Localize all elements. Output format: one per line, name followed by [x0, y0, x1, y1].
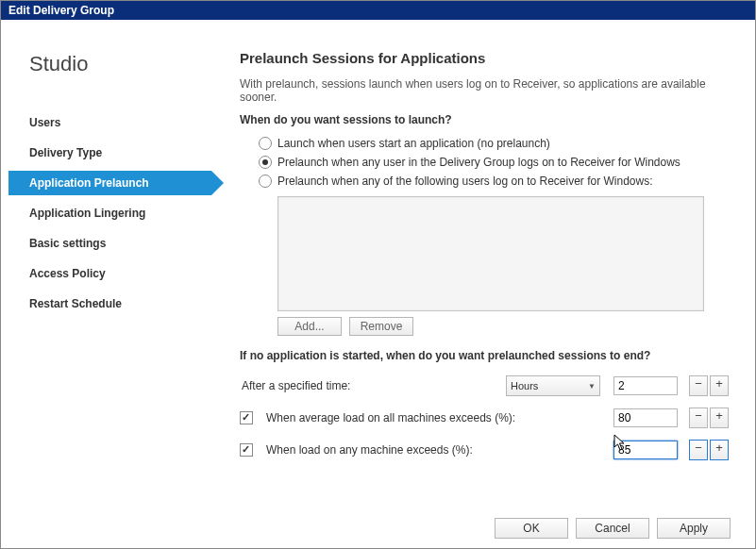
time-unit-select[interactable]: Hours ▼	[506, 375, 600, 396]
launch-question: When do you want sessions to launch?	[240, 113, 729, 126]
sidebar-item-delivery-type[interactable]: Delivery Type	[8, 141, 211, 165]
radio-label: Launch when users start an application (…	[277, 137, 550, 150]
radio-option-any-user[interactable]: Prelaunch when any user in the Delivery …	[240, 153, 729, 172]
any-load-label: When load on any machine exceeds (%):	[259, 443, 608, 457]
remove-button[interactable]: Remove	[349, 317, 413, 336]
sidebar-title: Studio	[8, 35, 211, 110]
any-load-checkbox[interactable]	[240, 443, 253, 457]
window-titlebar: Edit Delivery Group	[1, 1, 755, 20]
time-decrement-button[interactable]: −	[689, 375, 708, 396]
radio-icon	[259, 137, 272, 150]
intro-text: With prelaunch, sessions launch when use…	[240, 77, 729, 104]
sidebar-item-application-lingering[interactable]: Application Lingering	[8, 201, 211, 225]
radio-label: Prelaunch when any of the following user…	[277, 175, 653, 188]
avg-load-input[interactable]	[613, 408, 678, 427]
apply-button[interactable]: Apply	[657, 518, 731, 539]
chevron-down-icon: ▼	[588, 382, 596, 391]
row-any-load: When load on any machine exceeds (%): − …	[240, 434, 729, 466]
any-decrement-button[interactable]: −	[689, 440, 708, 460]
row-avg-load: When average load on all machines exceed…	[240, 402, 729, 434]
page-title: Prelaunch Sessions for Applications	[240, 50, 729, 66]
avg-decrement-button[interactable]: −	[689, 408, 708, 428]
sidebar-item-application-prelaunch[interactable]: Application Prelaunch	[8, 171, 211, 195]
sidebar: Studio Users Delivery Type Application P…	[8, 35, 211, 539]
avg-increment-button[interactable]: +	[710, 408, 729, 428]
end-question: If no application is started, when do yo…	[240, 349, 729, 362]
sidebar-item-restart-schedule[interactable]: Restart Schedule	[8, 291, 211, 316]
cancel-button[interactable]: Cancel	[576, 518, 649, 539]
radio-option-following-users[interactable]: Prelaunch when any of the following user…	[240, 172, 729, 191]
radio-icon	[259, 156, 272, 169]
radio-label: Prelaunch when any user in the Delivery …	[277, 156, 680, 169]
radio-option-no-prelaunch[interactable]: Launch when users start an application (…	[240, 134, 729, 153]
time-label: After a specified time:	[240, 379, 500, 392]
main-panel: Prelaunch Sessions for Applications With…	[211, 35, 748, 539]
time-value-input[interactable]	[613, 376, 678, 395]
add-button[interactable]: Add...	[277, 317, 342, 336]
radio-icon	[259, 175, 272, 188]
any-increment-button[interactable]: +	[710, 440, 729, 460]
avg-load-label: When average load on all machines exceed…	[259, 411, 608, 424]
sidebar-item-users[interactable]: Users	[8, 110, 211, 135]
user-list-box[interactable]	[277, 196, 704, 311]
sidebar-item-basic-settings[interactable]: Basic settings	[8, 231, 211, 256]
ok-button[interactable]: OK	[495, 518, 568, 539]
row-specified-time: After a specified time: Hours ▼ − +	[240, 370, 729, 402]
avg-load-checkbox[interactable]	[240, 411, 253, 424]
time-unit-value: Hours	[511, 380, 538, 391]
any-load-input[interactable]	[613, 441, 678, 459]
sidebar-item-access-policy[interactable]: Access Policy	[8, 261, 211, 286]
time-increment-button[interactable]: +	[710, 375, 729, 396]
